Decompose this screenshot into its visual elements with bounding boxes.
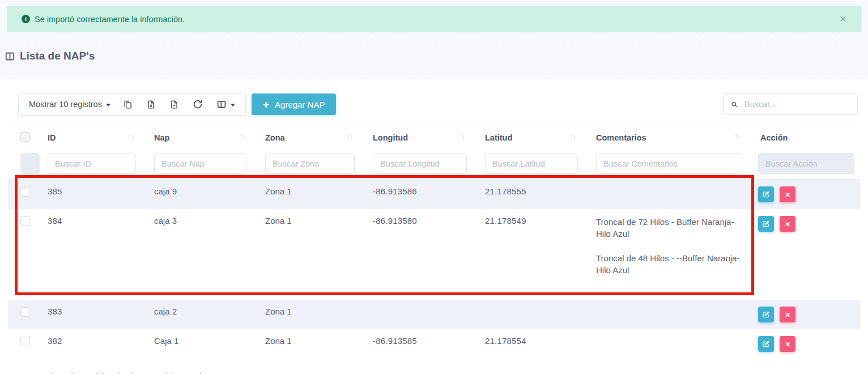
x-icon (785, 190, 790, 199)
cell-id: 384 (35, 209, 142, 300)
cell-actions (748, 180, 860, 210)
global-search (723, 94, 858, 115)
chevron-down-icon (106, 104, 110, 107)
info-circle-icon (22, 15, 30, 23)
filter-comentarios-input[interactable] (596, 153, 742, 174)
cell-longitud: -86.913580 (360, 209, 473, 300)
table-row: 383 caja 2 Zona 1 (8, 300, 860, 329)
delete-button[interactable] (780, 307, 795, 322)
row-checkbox[interactable] (20, 216, 30, 226)
column-header-comentarios[interactable]: Comentarios (584, 125, 748, 150)
filter-longitud-input[interactable] (373, 153, 467, 174)
show-entries-dropdown[interactable]: Mostrar 10 registros (22, 95, 116, 113)
column-header-zona[interactable]: Zona (253, 125, 360, 150)
filter-blank-cell (8, 149, 35, 180)
export-excel-button[interactable] (139, 95, 163, 114)
column-header-id[interactable]: ID (35, 125, 142, 150)
edit-button[interactable] (758, 186, 774, 202)
cell-id: 382 (35, 329, 142, 359)
cell-id: 385 (35, 180, 142, 210)
sort-icon (734, 133, 740, 141)
cell-id: 383 (35, 300, 142, 329)
cell-comentarios (584, 329, 748, 359)
column-header-latitud[interactable]: Latitud (473, 125, 584, 150)
copy-pages-icon (123, 100, 133, 109)
export-file-button[interactable] (163, 95, 186, 114)
edit-pencil-icon (762, 190, 770, 198)
filter-accion-input (758, 153, 854, 174)
comment-line: Troncal de 72 Hilos - Buffer Naranja- Hi… (596, 216, 742, 240)
filter-latitud-input[interactable] (485, 153, 578, 174)
cell-latitud: 21.178554 (473, 329, 584, 359)
cell-actions (748, 300, 860, 329)
cell-comentarios (584, 300, 748, 329)
alert-message: Se importó correctamente la información. (35, 15, 185, 24)
column-header-accion: Acción (748, 125, 860, 150)
cell-latitud: 21.178555 (473, 180, 584, 210)
success-alert: Se importó correctamente la información. (7, 6, 861, 32)
refresh-button[interactable] (186, 95, 210, 114)
copy-button[interactable] (116, 95, 139, 114)
delete-button[interactable] (780, 336, 795, 352)
search-icon (731, 100, 738, 109)
edit-pencil-icon (762, 220, 770, 228)
column-header-longitud[interactable]: Longitud (360, 125, 473, 150)
table-row: 382 Caja 1 Zona 1 -86.913585 21.178554 (8, 329, 860, 359)
edit-button[interactable] (758, 216, 774, 232)
edit-button[interactable] (758, 336, 774, 352)
add-nap-button[interactable]: Agregar NAP (252, 94, 336, 115)
cell-zona: Zona 1 (253, 209, 360, 300)
chevron-down-icon (231, 104, 235, 107)
delete-button[interactable] (780, 186, 795, 202)
sort-icon (459, 133, 465, 141)
cell-longitud (360, 300, 473, 329)
row-checkbox[interactable] (20, 307, 30, 317)
delete-button[interactable] (780, 216, 795, 232)
cell-comentarios (584, 180, 748, 210)
column-visibility-icon (216, 99, 227, 109)
cell-longitud: -86.913586 (360, 180, 473, 210)
edit-pencil-icon (762, 311, 770, 318)
filter-nap-input[interactable] (154, 153, 247, 174)
cell-zona: Zona 1 (253, 300, 360, 329)
x-icon (785, 340, 790, 348)
table-row: 384 caja 3 Zona 1 -86.913580 21.178549 T… (8, 209, 860, 300)
table-toolbar: Mostrar 10 registros (18, 93, 858, 116)
cell-zona: Zona 1 (253, 180, 360, 210)
cell-longitud: -86.913585 (360, 329, 473, 359)
refresh-icon (193, 99, 203, 109)
sort-icon (570, 133, 576, 141)
select-all-cell (8, 125, 35, 150)
cell-nap: caja 2 (142, 300, 253, 329)
comment-line: Troncal de 48 Hilos - --Buffer Naranja- … (596, 252, 742, 276)
page-title: Lista de NAP's (5, 50, 95, 62)
table-columns-icon (5, 51, 15, 62)
table-row: 385 caja 9 Zona 1 -86.913586 21.178555 (8, 180, 860, 210)
nap-list-card: Mostrar 10 registros (0, 79, 868, 374)
file-excel-icon (146, 100, 156, 109)
cell-comentarios: Troncal de 72 Hilos - Buffer Naranja- Hi… (584, 209, 748, 300)
select-all-checkbox[interactable] (20, 132, 30, 142)
filter-zona-input[interactable] (265, 153, 355, 174)
row-checkbox[interactable] (20, 187, 30, 197)
row-checkbox[interactable] (20, 337, 30, 346)
cell-actions (748, 209, 860, 300)
column-header-nap[interactable]: Nap (142, 125, 253, 150)
sort-icon (347, 133, 352, 141)
cell-nap: Caja 1 (142, 329, 253, 359)
cell-latitud: 21.178549 (473, 209, 584, 300)
cell-actions (748, 329, 860, 359)
edit-pencil-icon (762, 340, 770, 348)
filter-id-input[interactable] (48, 153, 136, 174)
file-lines-icon (169, 100, 179, 109)
edit-button[interactable] (758, 307, 774, 322)
plus-icon (263, 99, 269, 110)
alert-close-icon[interactable] (837, 12, 849, 24)
search-input[interactable] (743, 99, 852, 109)
column-visibility-button[interactable] (210, 95, 242, 114)
cell-latitud (473, 300, 584, 329)
cell-nap: caja 3 (142, 209, 253, 300)
cell-nap: caja 9 (142, 180, 253, 210)
x-icon (785, 220, 790, 228)
nap-table: ID Nap Zona Longitud Latitud Comentarios… (8, 125, 860, 359)
